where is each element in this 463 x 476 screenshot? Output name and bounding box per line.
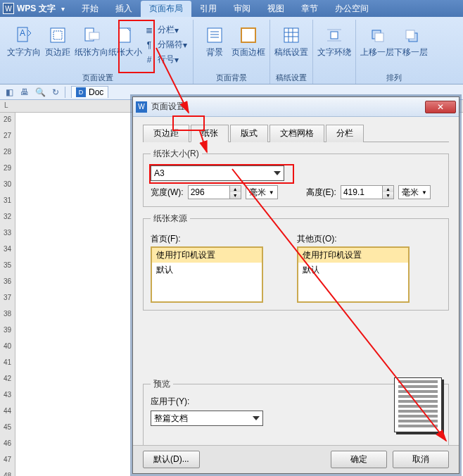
dialog-tab-1[interactable]: 纸张 (191, 125, 229, 142)
ruler-tick: 31 (0, 196, 15, 213)
ruler-marker: L (4, 101, 8, 109)
ruler-tick: 38 (0, 310, 15, 326)
main-tab-7[interactable]: 办公空间 (326, 1, 377, 17)
list-item[interactable]: 使用打印机设置 (298, 248, 408, 263)
main-tab-0[interactable]: 开始 (73, 1, 107, 17)
dialog-tab-0[interactable]: 页边距 (143, 125, 189, 142)
default-button[interactable]: 默认(D)... (143, 451, 200, 468)
ruler-tick: 30 (0, 180, 15, 196)
ruler-tick: 29 (0, 164, 15, 180)
svg-text:A: A (20, 28, 25, 38)
ruler-tick: 42 (0, 375, 15, 391)
breaks-button[interactable]: ¶分隔符 ▾ (144, 39, 187, 51)
dialog-titlebar: W 页面设置 ✕ (133, 97, 459, 117)
spin-down-icon[interactable]: ▼ (230, 192, 241, 199)
other-pages-listbox[interactable]: 使用打印机设置默认 (297, 246, 410, 303)
quick-preview-icon[interactable]: 🔍 (34, 86, 46, 99)
preview-thumbnail (394, 377, 442, 432)
cancel-button[interactable]: 取消 (393, 451, 449, 468)
document-tab[interactable]: D Doc (71, 86, 108, 98)
spin-up-icon[interactable]: ▲ (230, 186, 241, 192)
ruler-tick: 35 (0, 261, 15, 277)
svg-rect-11 (241, 28, 255, 42)
columns-button[interactable]: ≣分栏 ▾ (144, 24, 187, 36)
background-button[interactable]: 背景 (198, 21, 231, 57)
ruler-tick: 44 (0, 407, 15, 423)
other-pages-label: 其他页(O): (297, 233, 410, 245)
ribbon-group-label: 页面设置 (3, 73, 193, 83)
spin-down-icon[interactable]: ▼ (383, 192, 393, 199)
width-spinner[interactable]: ▲▼ (188, 185, 241, 199)
quick-print-icon[interactable]: 🖶 (18, 86, 31, 99)
spin-up-icon[interactable]: ▲ (383, 186, 393, 192)
margins-button[interactable]: 页边距 (41, 21, 75, 65)
ruler-tick: 34 (0, 245, 15, 261)
height-unit-combo[interactable]: 毫米▼ (398, 185, 431, 199)
text-wrap-button[interactable]: 文字环绕 (317, 21, 351, 57)
ribbon: A 文字方向 页边距 纸张方向 纸张大小 ≣分栏 ▾ ¶分隔符 ▾ #行号 ▾ … (0, 17, 463, 84)
close-button[interactable]: ✕ (425, 101, 456, 113)
main-tab-3[interactable]: 引用 (191, 1, 225, 17)
ruler-tick: 37 (0, 294, 15, 310)
list-item[interactable]: 默认 (152, 263, 262, 277)
apply-to-combo[interactable]: 整篇文档 (151, 411, 263, 426)
preview-legend: 预览 (151, 378, 173, 390)
ribbon-group-page-setup: A 文字方向 页边距 纸张方向 纸张大小 ≣分栏 ▾ ¶分隔符 ▾ #行号 ▾ … (3, 20, 194, 84)
main-tab-4[interactable]: 审阅 (225, 1, 259, 17)
dialog-footer: 默认(D)... 确定 取消 (133, 445, 459, 473)
margins-icon (48, 25, 68, 45)
manuscript-button[interactable]: 稿纸设置 (274, 21, 308, 57)
ruler-vertical: 2627282930313233343536373839404142434445… (0, 113, 15, 476)
width-unit-combo[interactable]: 毫米▼ (246, 185, 278, 199)
list-item[interactable]: 默认 (298, 263, 408, 277)
ruler-tick: 45 (0, 423, 15, 439)
orientation-button[interactable]: 纸张方向 (75, 21, 108, 65)
main-tab-6[interactable]: 章节 (293, 1, 326, 17)
line-number-button[interactable]: #行号 ▾ (144, 54, 187, 65)
app-icon: W (3, 3, 14, 14)
dialog-tabs: 页边距纸张版式文档网格分栏 (143, 124, 449, 142)
paper-size-combo[interactable]: A3 (151, 165, 284, 181)
text-direction-button[interactable]: A 文字方向 (7, 21, 41, 65)
svg-rect-5 (89, 32, 99, 39)
quick-new-icon[interactable]: ◧ (3, 86, 15, 99)
ruler-tick: 47 (0, 456, 15, 472)
height-spinner[interactable]: ▲▼ (341, 185, 394, 199)
text-wrap-icon (324, 25, 344, 45)
dialog-title: 页面设置 (151, 101, 425, 113)
document-icon: D (76, 87, 86, 97)
quick-refresh-icon[interactable]: ↻ (49, 86, 62, 99)
page-setup-dialog: W 页面设置 ✕ 页边距纸张版式文档网格分栏 纸张大小(R) A3 宽度(W):… (132, 96, 459, 474)
text-direction-icon: A (14, 25, 34, 45)
page-border-button[interactable]: 页面边框 (231, 21, 265, 57)
ok-button[interactable]: 确定 (331, 451, 387, 468)
main-tab-1[interactable]: 插入 (107, 1, 141, 17)
ruler-tick: 39 (0, 326, 15, 342)
page-border-icon (239, 25, 258, 45)
svg-rect-2 (51, 28, 65, 42)
dialog-tab-2[interactable]: 版式 (230, 125, 268, 142)
svg-rect-17 (331, 32, 338, 39)
width-input[interactable] (188, 185, 230, 199)
main-tab-5[interactable]: 视图 (259, 1, 293, 17)
dialog-tab-3[interactable]: 文档网格 (269, 125, 324, 142)
send-backward-button[interactable]: 下移一层 (394, 21, 428, 57)
columns-icon: ≣ (144, 25, 155, 35)
height-label: 高度(E): (306, 187, 336, 199)
background-icon (205, 25, 224, 45)
orientation-icon (82, 25, 101, 45)
svg-rect-23 (406, 30, 414, 39)
main-tab-2[interactable]: 页面布局 (141, 1, 191, 17)
bring-forward-button[interactable]: 上移一层 (360, 21, 394, 57)
ribbon-group-label: 页面背景 (194, 73, 269, 83)
dialog-tab-4[interactable]: 分栏 (326, 125, 364, 142)
list-item[interactable]: 使用打印机设置 (152, 248, 262, 263)
height-input[interactable] (341, 185, 383, 199)
first-page-listbox[interactable]: 使用打印机设置默认 (151, 246, 263, 303)
paper-size-fieldset: 纸张大小(R) A3 宽度(W): ▲▼ 毫米▼ 高度(E): ▲▼ (143, 148, 449, 207)
app-dropdown-icon[interactable]: ▾ (61, 5, 65, 13)
document-name: Doc (89, 87, 103, 97)
paper-size-button[interactable]: 纸张大小 (108, 21, 142, 65)
width-label: 宽度(W): (151, 187, 184, 199)
chevron-down-icon (274, 171, 281, 175)
